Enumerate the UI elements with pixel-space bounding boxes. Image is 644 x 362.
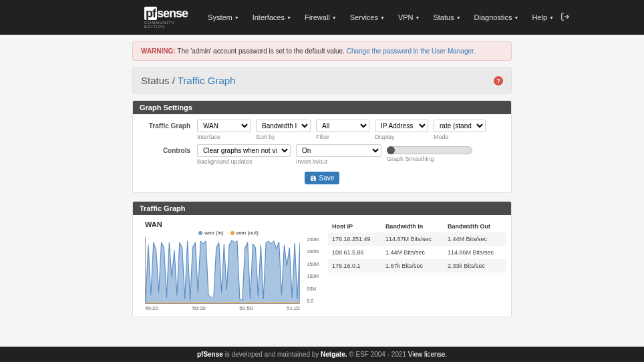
save-icon <box>310 175 317 182</box>
breadcrumb-page[interactable]: Traffic Graph <box>178 75 236 86</box>
table-row: 108.61.5.861.44M Bits/sec114.86M Bits/se… <box>328 246 506 259</box>
bandwidth-table: Host IPBandwidth InBandwidth Out 176.16.… <box>328 220 506 273</box>
nav-vpn[interactable]: VPN ▼ <box>391 13 427 21</box>
col-header: Bandwidth Out <box>444 220 506 232</box>
breadcrumb-root: Status <box>141 75 170 86</box>
row-label-traffic: Traffic Graph <box>140 120 197 130</box>
filter-select[interactable]: All <box>316 120 369 132</box>
nav-services[interactable]: Services ▼ <box>343 13 391 21</box>
logo[interactable]: pfsense COMMUNITY EDITION <box>144 7 188 29</box>
nav-interfaces[interactable]: Interfaces ▼ <box>246 13 298 21</box>
col-header: Bandwidth In <box>381 220 444 232</box>
table-row: 176.16.251.49114.87M Bits/sec1.44M Bits/… <box>328 232 506 246</box>
breadcrumb: Status / Traffic Graph <box>141 75 235 86</box>
mode-select[interactable]: rate (standard) <box>434 120 486 132</box>
nav-firewall[interactable]: Firewall ▼ <box>298 13 343 21</box>
interface-select[interactable]: WAN <box>197 120 251 132</box>
nav-status[interactable]: Status ▼ <box>426 13 467 21</box>
traffic-chart: 250M200M150M100M50M0.0 <box>145 237 300 304</box>
bgupdates-select[interactable]: Clear graphs when not visible. <box>197 144 291 157</box>
panel-heading: Graph Settings <box>133 101 511 114</box>
invert-select[interactable]: On <box>296 144 381 157</box>
row-label-controls: Controls <box>140 144 197 154</box>
chart-legend: wan (in) wan (out) <box>138 230 319 236</box>
nav-system[interactable]: System ▼ <box>201 13 246 21</box>
warning-link[interactable]: Change the password in the User Manager. <box>347 47 476 55</box>
table-row: 176.16.0.11.67k Bits/sec2.33k Bits/sec <box>328 259 506 273</box>
nav-help[interactable]: Help ▼ <box>525 13 560 21</box>
warning-alert: WARNING: The 'admin' account password is… <box>132 41 512 61</box>
warning-prefix: WARNING: <box>141 47 176 55</box>
sortby-select[interactable]: Bandwidth In <box>256 120 311 132</box>
chart-title: WAN <box>138 220 319 228</box>
graph-settings-panel: Graph Settings Traffic Graph WANInterfac… <box>132 100 512 193</box>
panel-heading: Traffic Graph <box>133 202 511 215</box>
legend-dot-in <box>198 231 202 235</box>
help-icon[interactable]: ? <box>494 76 503 85</box>
legend-dot-out <box>230 231 234 235</box>
logout-icon[interactable] <box>560 12 570 23</box>
warning-text: The 'admin' account password is set to t… <box>176 47 347 55</box>
breadcrumb-panel: Status / Traffic Graph ? <box>132 67 512 94</box>
nav-diagnostics[interactable]: Diagnostics ▼ <box>468 13 526 21</box>
save-button[interactable]: Save <box>305 172 340 184</box>
smoothing-slider[interactable] <box>387 146 472 154</box>
top-navbar: pfsense COMMUNITY EDITION System ▼Interf… <box>0 0 644 35</box>
col-header: Host IP <box>328 220 381 232</box>
traffic-graph-panel: Traffic Graph WAN wan (in) wan (out) 250… <box>132 201 512 317</box>
display-select[interactable]: IP Address <box>375 120 428 132</box>
